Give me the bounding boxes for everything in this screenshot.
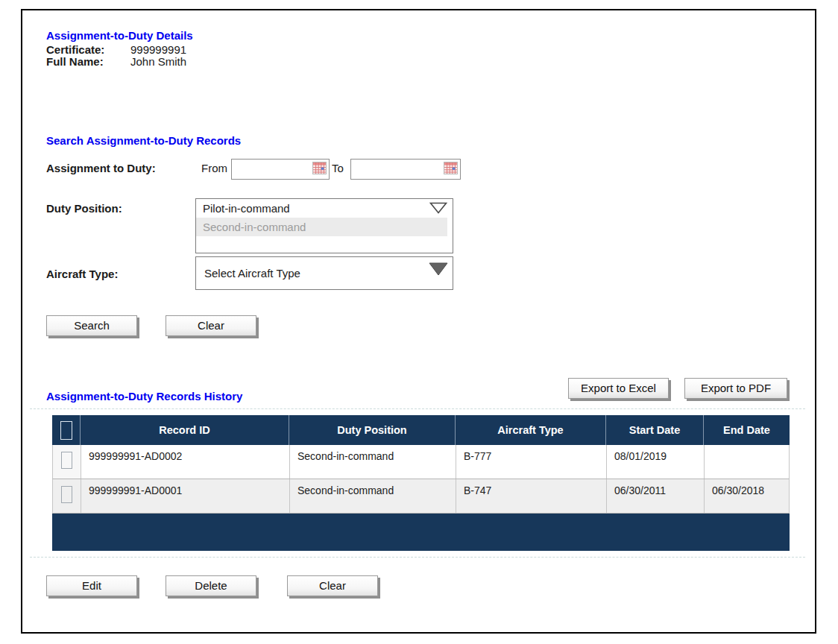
duty-position-label: Duty Position: bbox=[46, 202, 122, 215]
column-header-record-id[interactable]: Record ID bbox=[80, 415, 289, 445]
export-to-pdf-button[interactable]: Export to PDF bbox=[684, 378, 787, 399]
table-row[interactable]: 999999991-AD0002 Second-in-command B-777… bbox=[52, 445, 790, 479]
records-table: Record ID Duty Position Aircraft Type St… bbox=[52, 415, 790, 551]
search-section-heading: Search Assignment-to-Duty Records bbox=[46, 134, 241, 147]
export-to-excel-button[interactable]: Export to Excel bbox=[568, 378, 669, 399]
duty-position-selected-text: Pilot-in-command bbox=[203, 202, 290, 215]
certificate-value: 999999991 bbox=[130, 43, 186, 56]
select-all-header-cell bbox=[52, 415, 80, 445]
clear-search-button[interactable]: Clear bbox=[166, 315, 256, 336]
table-row[interactable]: 999999991-AD0001 Second-in-command B-747… bbox=[52, 479, 790, 514]
row-checkbox[interactable] bbox=[61, 486, 72, 503]
duty-position-cell: Second-in-command bbox=[289, 445, 456, 479]
table-header-row: Record ID Duty Position Aircraft Type St… bbox=[52, 415, 790, 445]
clear-selection-button[interactable]: Clear bbox=[287, 575, 378, 596]
duty-position-cell: Second-in-command bbox=[289, 479, 456, 513]
dropdown-arrow-outline-icon[interactable] bbox=[429, 202, 447, 214]
calendar-icon[interactable] bbox=[444, 162, 458, 174]
select-all-checkbox[interactable] bbox=[60, 421, 72, 440]
row-checkbox[interactable] bbox=[61, 452, 72, 469]
full-name-value: John Smith bbox=[130, 55, 186, 68]
aircraft-type-selected-text: Select Aircraft Type bbox=[204, 267, 300, 280]
to-date-field-wrap bbox=[350, 159, 461, 180]
from-label: From bbox=[201, 162, 227, 174]
delete-button[interactable]: Delete bbox=[166, 575, 256, 596]
record-id-cell: 999999991-AD0001 bbox=[81, 479, 289, 513]
end-date-cell: 06/30/2018 bbox=[704, 479, 790, 513]
start-date-cell: 08/01/2019 bbox=[606, 445, 704, 479]
to-label: To bbox=[332, 162, 344, 174]
duty-position-selected-option[interactable]: Pilot-in-command bbox=[196, 199, 453, 218]
search-button[interactable]: Search bbox=[46, 315, 137, 336]
full-name-label: Full Name: bbox=[46, 55, 104, 68]
calendar-icon[interactable] bbox=[312, 162, 327, 174]
aircraft-type-select[interactable]: Select Aircraft Type bbox=[195, 256, 453, 290]
page-title: Assignment-to-Duty Details bbox=[46, 29, 193, 42]
page-frame: Assignment-to-Duty Details Certificate: … bbox=[21, 9, 816, 634]
section-divider bbox=[30, 557, 805, 558]
aircraft-type-cell: B-777 bbox=[456, 445, 606, 479]
table-footer-bar bbox=[52, 514, 790, 551]
from-date-field-wrap bbox=[231, 159, 330, 180]
end-date-cell bbox=[704, 445, 790, 479]
assignment-date-label: Assignment to Duty: bbox=[46, 162, 156, 174]
certificate-label: Certificate: bbox=[46, 43, 104, 56]
section-divider bbox=[30, 408, 805, 409]
duty-position-listbox: Pilot-in-command Second-in-command bbox=[195, 198, 453, 253]
column-header-start-date[interactable]: Start Date bbox=[605, 415, 703, 445]
aircraft-type-label: Aircraft Type: bbox=[46, 268, 118, 280]
column-header-end-date[interactable]: End Date bbox=[703, 415, 790, 445]
start-date-cell: 06/30/2011 bbox=[606, 479, 704, 513]
record-id-cell: 999999991-AD0002 bbox=[81, 445, 289, 479]
row-checkbox-cell bbox=[53, 445, 81, 479]
aircraft-type-cell: B-747 bbox=[456, 479, 606, 513]
column-header-duty-position[interactable]: Duty Position bbox=[289, 415, 455, 445]
duty-position-option-text: Second-in-command bbox=[203, 221, 306, 233]
row-checkbox-cell bbox=[53, 479, 81, 513]
column-header-aircraft-type[interactable]: Aircraft Type bbox=[455, 415, 605, 445]
duty-position-option[interactable]: Second-in-command bbox=[196, 218, 447, 236]
edit-button[interactable]: Edit bbox=[46, 575, 137, 596]
dropdown-arrow-filled-icon bbox=[429, 262, 448, 276]
history-section-heading: Assignment-to-Duty Records History bbox=[46, 390, 242, 402]
